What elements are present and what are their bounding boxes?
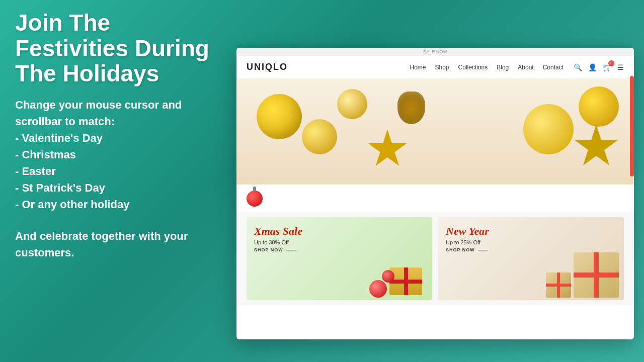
star-gold-left [367,129,408,169]
xmas-sale-card: Xmas Sale Up to 30% Off SHOP NOW [247,217,432,300]
gift-ribbon-h [389,280,422,284]
nav-home[interactable]: Home [410,64,426,71]
ny-gift-main [574,252,619,298]
account-icon[interactable]: 👤 [588,63,597,71]
nav-contact[interactable]: Contact [543,64,564,71]
xmas-subtitle: Up to 30% Off [254,239,302,245]
newyear-subtitle: Up to 25% Off [446,239,489,245]
gift-box-gold [389,267,422,295]
xmas-bg: Xmas Sale Up to 30% Off SHOP NOW [247,217,432,300]
closing-text: And celebrate together with your custome… [15,228,216,261]
left-panel: Join The Festivities During The Holidays… [0,0,231,362]
cta-line-2 [478,250,488,250]
ornament-gold-small [337,89,367,119]
ny-ribbon-h2 [546,284,571,287]
star-gold-right [574,124,619,169]
newyear-bg: New Year Up to 25% Off SHOP NOW [438,217,624,300]
newyear-card: New Year Up to 25% Off SHOP NOW [438,217,624,300]
small-red-ornament [247,191,263,207]
newyear-title: New Year [446,225,489,238]
red-scrollbar[interactable] [630,76,634,176]
intro-text: Change your mouse cursor and scrollbar t… [15,99,182,128]
ornament-gold-medium [302,119,337,154]
cart-badge: 0 [608,60,614,66]
ornament-gold-right-small [579,86,619,127]
nav-shop[interactable]: Shop [435,64,449,71]
xmas-cta[interactable]: SHOP NOW [254,247,302,252]
ornament-gold-large [257,94,302,139]
list-item-2: - Christmas [15,148,76,161]
shop-navbar: UNIQLO Home Shop Collections Blog About … [236,56,634,79]
list-item-4: - St Patrick's Day [15,182,105,194]
ornament-row [236,185,634,212]
xmas-title: Xmas Sale [254,225,302,238]
nav-blog[interactable]: Blog [497,64,509,71]
red-ball-small [382,270,394,283]
cart-icon[interactable]: 🛒 0 [603,63,611,71]
list-item-1: - Valentine's Day [15,132,103,144]
products-section: Xmas Sale Up to 30% Off SHOP NOW [236,212,634,305]
main-heading: Join The Festivities During The Holidays [15,10,216,86]
ny-ribbon-h [574,273,619,278]
list-item-3: - Easter [15,165,56,177]
hero-section [236,79,634,185]
sale-banner: SALE NOW [236,48,634,56]
list-item-5: - Or any other holiday [15,198,129,211]
nav-links: Home Shop Collections Blog About Contact [410,64,564,71]
xmas-text: Xmas Sale Up to 30% Off SHOP NOW [254,225,302,252]
nav-collections[interactable]: Collections [458,64,488,71]
description-block: Change your mouse cursor and scrollbar t… [15,97,216,213]
menu-icon[interactable]: ☰ [617,63,624,71]
pinecone-decoration [397,92,425,124]
nav-about[interactable]: About [518,64,533,71]
ny-gift-small [546,273,571,298]
cta-line [286,250,296,250]
browser-mockup: SALE NOW UNIQLO Home Shop Collections Bl… [236,48,634,339]
red-ball-large [369,280,387,298]
shop-logo: UNIQLO [247,62,288,72]
search-icon[interactable]: 🔍 [574,63,582,71]
nav-icons: 🔍 👤 🛒 0 ☰ [574,63,624,71]
newyear-text: New Year Up to 25% Off SHOP NOW [446,225,489,252]
ornament-gold-right-large [523,104,574,154]
newyear-cta[interactable]: SHOP NOW [446,247,489,252]
